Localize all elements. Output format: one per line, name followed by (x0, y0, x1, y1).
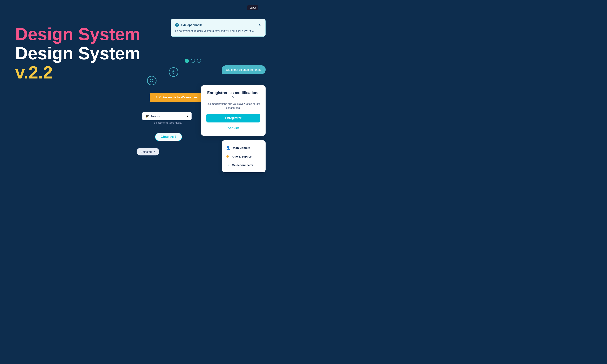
create-label: Créer ma fiche d'exercices (159, 96, 198, 99)
chevron-down-icon: ▾ (187, 114, 188, 118)
support-icon: ⊙ (226, 154, 229, 158)
niveau-dropdown[interactable]: 🎓 Niveau ▾ (142, 112, 192, 120)
save-dialog-description: Les modifications que vous avez faites s… (206, 102, 260, 110)
svg-rect-1 (150, 79, 151, 80)
user-menu: 👤 Mon Compte ⊙ Aide & Support → Se décon… (222, 140, 265, 172)
selected-chip[interactable]: Selected × (137, 148, 159, 156)
niveau-icon: 🎓 (145, 114, 149, 118)
svg-rect-3 (150, 81, 151, 82)
menu-label-logout: Se déconnecter (232, 163, 253, 167)
grid-icon (147, 76, 157, 85)
save-dialog: Enregistrer les modifications ? Les modi… (201, 85, 265, 136)
step-dot-2 (191, 59, 195, 63)
aide-card: ? Aide optionnelle ∧ Le déterminant de d… (171, 19, 265, 37)
save-dialog-title: Enregistrer les modifications ? (206, 91, 260, 99)
hero-section: Design System Design System v.2.2 (15, 25, 140, 82)
menu-item-support[interactable]: ⊙ Aide & Support (222, 152, 265, 161)
menu-item-logout[interactable]: → Se déconnecter (222, 161, 265, 169)
selected-chip-label: Selected (141, 150, 152, 153)
menu-label-account: Mon Compte (233, 146, 250, 149)
chat-icon (169, 67, 178, 77)
menu-item-account[interactable]: 👤 Mon Compte (222, 143, 265, 152)
chip-close-icon[interactable]: × (154, 150, 155, 153)
step-dot-1 (185, 59, 189, 63)
hero-version: v.2.2 (15, 63, 140, 82)
aide-card-title: ? Aide optionnelle (175, 23, 203, 27)
logout-icon: → (226, 163, 229, 167)
hero-title-line2: Design System (15, 44, 140, 63)
aide-card-content: Le déterminant de deux vecteurs (x;y) et… (175, 29, 261, 33)
cancel-button[interactable]: Annuler (206, 125, 260, 131)
save-button[interactable]: Enregistrer (206, 114, 260, 122)
aide-icon: ? (175, 23, 179, 27)
create-button[interactable]: ↗ Créer ma fiche d'exercices (150, 93, 203, 102)
label-tooltip: Label (247, 5, 258, 10)
steps-indicator (185, 59, 201, 63)
hero-title-line1: Design System (15, 25, 140, 44)
aide-close-button[interactable]: ∧ (258, 23, 261, 27)
svg-rect-4 (152, 81, 153, 82)
step-dot-3 (197, 59, 201, 63)
user-icon: 👤 (226, 146, 230, 150)
niveau-hint: Sélectionnez votre niveau (154, 121, 182, 124)
niveau-dropdown-label: Niveau (151, 115, 185, 118)
chat-bubble: Dans tout ce chapitre, on se (222, 65, 265, 74)
svg-rect-2 (152, 79, 153, 80)
menu-label-support: Aide & Support (232, 155, 252, 158)
chapitre-tag[interactable]: Chapitre 3 (155, 133, 182, 141)
create-icon: ↗ (155, 96, 158, 99)
aide-card-header: ? Aide optionnelle ∧ (175, 23, 261, 27)
